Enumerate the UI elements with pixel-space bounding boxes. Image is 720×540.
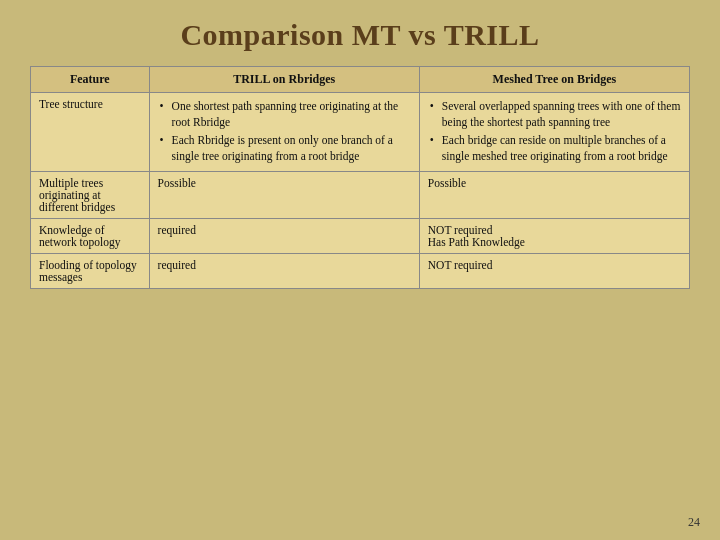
page-number: 24 — [688, 515, 700, 530]
feature-cell: Flooding of topology messages — [31, 254, 150, 289]
bullet-item: Several overlapped spanning trees with o… — [428, 98, 681, 130]
table-header-row: Feature TRILL on Rbridges Meshed Tree on… — [31, 67, 690, 93]
table-row: Tree structure One shortest path spannin… — [31, 93, 690, 172]
trill-bullets: One shortest path spanning tree originat… — [158, 98, 411, 164]
page-title: Comparison MT vs TRILL — [180, 18, 539, 52]
feature-cell: Tree structure — [31, 93, 150, 172]
table-row: Flooding of topology messages required N… — [31, 254, 690, 289]
meshed-bullets: Several overlapped spanning trees with o… — [428, 98, 681, 164]
bullet-item: Each Rbridge is present on only one bran… — [158, 132, 411, 164]
meshed-cell: NOT required — [419, 254, 689, 289]
table-row: Knowledge of network topology required N… — [31, 219, 690, 254]
meshed-line1: NOT required — [428, 224, 681, 236]
bullet-item: Each bridge can reside on multiple branc… — [428, 132, 681, 164]
table-row: Multiple trees originating at different … — [31, 172, 690, 219]
comparison-table: Feature TRILL on Rbridges Meshed Tree on… — [30, 66, 690, 289]
bullet-item: One shortest path spanning tree originat… — [158, 98, 411, 130]
meshed-cell: NOT required Has Path Knowledge — [419, 219, 689, 254]
trill-cell: required — [149, 254, 419, 289]
feature-cell: Knowledge of network topology — [31, 219, 150, 254]
meshed-cell: Possible — [419, 172, 689, 219]
header-meshed: Meshed Tree on Bridges — [419, 67, 689, 93]
meshed-line2: Has Path Knowledge — [428, 236, 681, 248]
trill-cell: Possible — [149, 172, 419, 219]
trill-cell: required — [149, 219, 419, 254]
header-feature: Feature — [31, 67, 150, 93]
feature-cell: Multiple trees originating at different … — [31, 172, 150, 219]
trill-cell: One shortest path spanning tree originat… — [149, 93, 419, 172]
meshed-cell: Several overlapped spanning trees with o… — [419, 93, 689, 172]
page-container: Comparison MT vs TRILL Feature TRILL on … — [0, 0, 720, 540]
header-trill: TRILL on Rbridges — [149, 67, 419, 93]
